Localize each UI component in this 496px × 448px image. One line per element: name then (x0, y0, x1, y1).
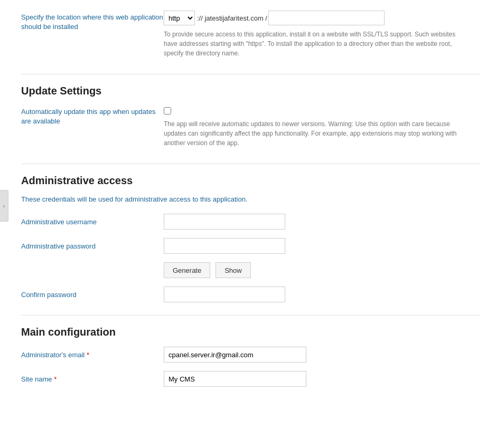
divider-3 (21, 315, 480, 316)
sitename-required-star: * (54, 375, 57, 383)
username-row: Administrative username (21, 214, 480, 230)
admin-access-section: Administrative access These credentials … (21, 175, 480, 302)
confirm-label: Confirm password (21, 291, 164, 299)
main-content: Specify the location where this web appl… (11, 0, 496, 406)
auto-update-help: The app will receive automatic updates t… (164, 119, 470, 148)
location-controls: http https :// jatestijafaritest.com / T… (164, 11, 480, 58)
password-label: Administrative password (21, 242, 164, 250)
password-input[interactable] (164, 238, 285, 254)
sitename-row: Site name * (21, 371, 480, 387)
update-section: Update Settings Automatically update thi… (21, 85, 480, 148)
path-input[interactable] (268, 11, 385, 25)
main-config-title: Main configuration (21, 326, 480, 338)
generate-button[interactable]: Generate (164, 262, 210, 278)
divider-2 (21, 164, 480, 164)
email-input[interactable] (164, 347, 306, 363)
location-help-text: To provide secure access to this applica… (164, 30, 470, 58)
sitename-label: Site name * (21, 375, 164, 383)
protocol-select[interactable]: http https (164, 11, 195, 25)
admin-desc-text: These credentials will be used for admin… (21, 195, 248, 203)
admin-access-title: Administrative access (21, 175, 480, 187)
auto-update-label: Automatically update this app when updat… (21, 106, 164, 126)
email-label: Administrator's email * (21, 351, 164, 359)
password-row: Administrative password (21, 238, 480, 254)
location-input-row: http https :// jatestijafaritest.com / (164, 11, 480, 25)
email-required-star: * (87, 351, 89, 359)
location-section: Specify the location where this web appl… (21, 11, 480, 58)
confirm-password-row: Confirm password (21, 287, 480, 302)
update-settings-title: Update Settings (21, 85, 480, 97)
sitename-input[interactable] (164, 371, 306, 387)
username-input[interactable] (164, 214, 285, 230)
password-actions: Generate Show (164, 262, 480, 278)
admin-access-desc: These credentials will be used for admin… (21, 195, 480, 203)
username-label: Administrative username (21, 218, 164, 226)
domain-text: :// jatestijafaritest.com / (197, 14, 267, 22)
chevron-left-icon: ‹ (3, 203, 5, 209)
auto-update-checkbox[interactable] (164, 107, 171, 115)
confirm-input[interactable] (164, 287, 285, 302)
email-row: Administrator's email * (21, 347, 480, 363)
main-config-section: Main configuration Administrator's email… (21, 326, 480, 387)
divider-1 (21, 74, 480, 74)
auto-update-row: Automatically update this app when updat… (21, 106, 480, 148)
location-label: Specify the location where this web appl… (21, 11, 164, 32)
show-button[interactable]: Show (216, 262, 251, 278)
page-container: ‹ Specify the location where this web ap… (0, 0, 496, 448)
auto-update-control: The app will receive automatic updates t… (164, 106, 480, 148)
sidebar-tab[interactable]: ‹ (0, 190, 8, 222)
